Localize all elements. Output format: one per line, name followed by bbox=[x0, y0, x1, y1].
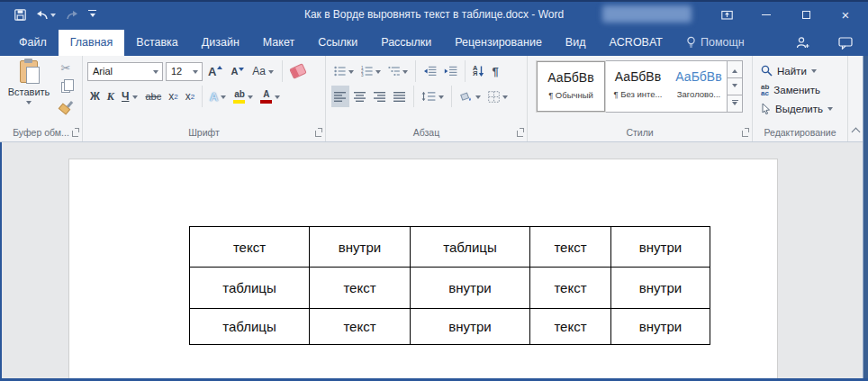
table-cell[interactable]: текст bbox=[190, 227, 310, 268]
table-cell[interactable]: внутри bbox=[611, 227, 710, 268]
text-effects-button[interactable]: А bbox=[207, 86, 229, 107]
table-cell[interactable]: текст bbox=[530, 268, 611, 309]
tab-layout[interactable]: Макет bbox=[251, 30, 306, 56]
justify-button[interactable] bbox=[391, 86, 409, 107]
borders-button[interactable] bbox=[485, 86, 511, 107]
subscript-button[interactable]: x2 bbox=[166, 86, 180, 107]
table-cell[interactable]: внутри bbox=[411, 309, 530, 345]
document-page[interactable]: текст внутри таблицы текст внутри таблиц… bbox=[68, 159, 778, 381]
close-button[interactable]: × bbox=[832, 2, 859, 27]
select-caret[interactable] bbox=[827, 107, 833, 113]
table-cell[interactable]: текст bbox=[530, 227, 611, 268]
table-cell[interactable]: внутри bbox=[310, 227, 411, 268]
paste-dropdown-caret[interactable] bbox=[26, 101, 32, 107]
table-cell[interactable]: таблицы bbox=[411, 227, 530, 268]
comments-button[interactable] bbox=[823, 30, 868, 56]
decrease-indent-button[interactable] bbox=[420, 60, 439, 82]
highlight-caret[interactable] bbox=[248, 95, 253, 102]
tab-mailings[interactable]: Рассылки bbox=[369, 30, 443, 56]
ribbon-display-options-button[interactable] bbox=[713, 2, 740, 27]
change-case-button[interactable]: Aa bbox=[249, 60, 276, 82]
line-spacing-caret[interactable] bbox=[439, 95, 444, 102]
line-spacing-button[interactable] bbox=[419, 86, 447, 107]
paragraph-dialog-launcher[interactable] bbox=[517, 131, 523, 137]
table-cell[interactable]: текст bbox=[310, 309, 411, 345]
align-center-button[interactable] bbox=[351, 86, 369, 107]
table-cell[interactable]: внутри bbox=[611, 268, 710, 309]
tab-view[interactable]: Вид bbox=[554, 30, 598, 56]
shading-caret[interactable] bbox=[475, 95, 481, 102]
paste-button[interactable]: Вставить bbox=[5, 59, 52, 122]
multilevel-caret[interactable] bbox=[402, 70, 408, 77]
find-button[interactable]: Найти bbox=[753, 61, 847, 80]
sign-in-button[interactable] bbox=[783, 30, 823, 56]
font-family-combobox[interactable]: Arial bbox=[87, 62, 163, 81]
tab-file[interactable]: Файл bbox=[7, 30, 59, 56]
table-cell[interactable]: внутри bbox=[611, 309, 710, 345]
tab-insert[interactable]: Вставка bbox=[124, 30, 189, 56]
copy-button[interactable] bbox=[56, 79, 76, 95]
table-cell[interactable]: текст bbox=[530, 309, 611, 345]
table-cell[interactable]: текст bbox=[310, 268, 411, 309]
underline-button[interactable]: Ч bbox=[119, 86, 140, 107]
format-painter-button[interactable] bbox=[56, 99, 76, 115]
collapse-ribbon-button[interactable] bbox=[853, 127, 860, 134]
align-left-button[interactable] bbox=[331, 86, 349, 107]
align-right-button[interactable] bbox=[371, 86, 389, 107]
style-heading[interactable]: АаБбВв Заголово... bbox=[671, 61, 727, 112]
user-name-redacted[interactable] bbox=[602, 5, 692, 23]
select-button[interactable]: Выделить bbox=[753, 99, 847, 118]
font-color-caret[interactable] bbox=[275, 95, 280, 102]
clipboard-dialog-launcher[interactable] bbox=[72, 131, 78, 137]
bullets-caret[interactable] bbox=[348, 70, 354, 77]
window-right-border[interactable] bbox=[863, 56, 868, 381]
style-normal[interactable]: АаБбВв ¶ Обычный bbox=[537, 61, 605, 112]
strikethrough-button[interactable]: abc bbox=[142, 86, 164, 107]
multilevel-list-button[interactable] bbox=[385, 60, 411, 82]
font-size-caret[interactable] bbox=[193, 70, 198, 77]
styles-scroll-down-button[interactable] bbox=[728, 78, 742, 95]
tab-home[interactable]: Главная bbox=[59, 30, 125, 56]
font-size-combobox[interactable]: 12 bbox=[166, 62, 203, 81]
customize-qat-button[interactable] bbox=[88, 10, 96, 20]
font-dialog-launcher[interactable] bbox=[315, 131, 321, 137]
clear-formatting-button[interactable] bbox=[288, 60, 308, 82]
borders-caret[interactable] bbox=[502, 95, 508, 102]
maximize-button[interactable] bbox=[792, 2, 819, 27]
grow-font-button[interactable]: A bbox=[205, 60, 225, 82]
save-button[interactable] bbox=[14, 9, 26, 21]
sort-button[interactable]: АЯ bbox=[470, 60, 487, 82]
font-color-button[interactable]: А bbox=[258, 86, 283, 107]
styles-scroll-up-button[interactable] bbox=[728, 61, 742, 78]
tell-me-box[interactable]: Помощн bbox=[674, 30, 756, 56]
table-cell[interactable]: таблицы bbox=[190, 309, 310, 345]
table-cell[interactable]: внутри bbox=[411, 268, 530, 309]
style-no-spacing[interactable]: АаБбВв ¶ Без инте... bbox=[605, 61, 671, 112]
superscript-button[interactable]: x2 bbox=[183, 86, 197, 107]
italic-button[interactable]: К bbox=[104, 86, 117, 107]
bold-button[interactable]: Ж bbox=[87, 86, 103, 107]
undo-dropdown-caret[interactable] bbox=[50, 14, 56, 20]
font-family-caret[interactable] bbox=[153, 70, 158, 77]
tab-acrobat[interactable]: ACROBAT bbox=[597, 30, 674, 56]
find-caret[interactable] bbox=[811, 69, 817, 76]
cut-button[interactable]: ✂ bbox=[56, 59, 76, 76]
shading-button[interactable] bbox=[457, 86, 484, 107]
replace-button[interactable]: abac Заменить bbox=[753, 80, 847, 99]
shrink-font-button[interactable]: A bbox=[228, 60, 247, 82]
undo-button[interactable] bbox=[36, 10, 56, 21]
bullets-button[interactable] bbox=[331, 60, 357, 82]
redo-button[interactable] bbox=[66, 10, 78, 21]
minimize-button[interactable] bbox=[753, 2, 780, 27]
styles-dialog-launcher[interactable] bbox=[742, 131, 748, 137]
increase-indent-button[interactable] bbox=[441, 60, 460, 82]
text-effects-caret[interactable] bbox=[221, 95, 226, 102]
underline-caret[interactable] bbox=[132, 95, 138, 102]
table-cell[interactable]: таблицы bbox=[190, 268, 310, 309]
tab-design[interactable]: Дизайн bbox=[190, 30, 251, 56]
styles-more-button[interactable] bbox=[728, 95, 742, 112]
numbering-button[interactable]: 123 bbox=[358, 60, 384, 82]
show-formatting-button[interactable]: ¶ bbox=[489, 60, 501, 82]
tab-review[interactable]: Рецензирование bbox=[443, 30, 554, 56]
tab-references[interactable]: Ссылки bbox=[306, 30, 369, 56]
